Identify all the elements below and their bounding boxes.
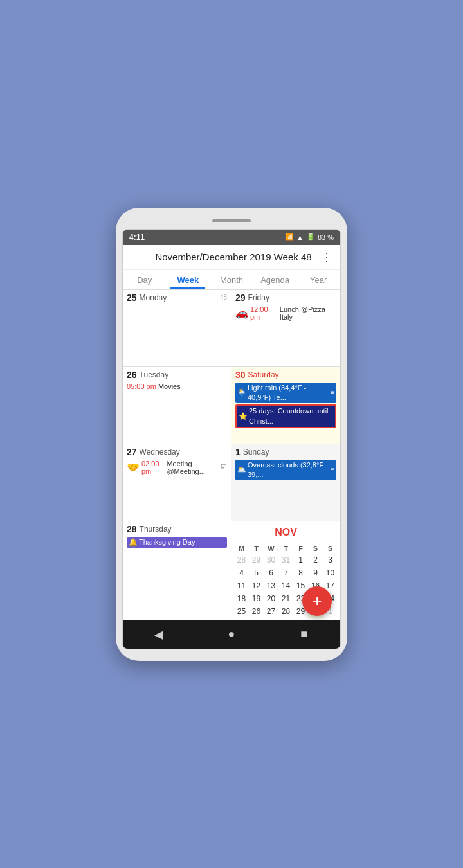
battery-level: 83 % [318,233,334,241]
event-clouds[interactable]: 🌥️ Overcast clouds (32,8°F - 39,... ≡ [235,460,336,481]
wifi-icon: 📶 [285,233,294,241]
day-cell-26-tuesday[interactable]: 26 Tuesday 05:00 pm Movies [123,367,232,444]
day-number-29: 29 [235,293,246,303]
event-title-meeting: Meeting @Meeting... [167,460,219,475]
event-time-meeting: 02:00 pm [141,460,165,475]
mini-cal-date[interactable]: 13 [264,579,278,592]
mini-cal-date[interactable]: 28 [278,605,293,618]
mini-cal-date[interactable]: 8 [293,566,308,579]
mini-cal-date[interactable]: 10 [323,566,338,579]
event-rain[interactable]: 🌦️ Light rain (34,4°F - 40,9°F) Te... ≡ [235,383,336,404]
mini-cal-date[interactable]: 20 [264,592,278,605]
battery-icon: 🔋 [306,233,315,241]
mini-cal-date[interactable]: 30 [264,554,278,566]
day-number-26: 26 [127,370,137,380]
mini-cal-month: NOV [234,524,338,541]
event-title-lunch: Lunch @Pizza Italy [280,305,336,321]
status-bar: 4:11 📶 ▲ 🔋 83 % [123,230,340,245]
event-movies[interactable]: 05:00 pm Movies [127,383,227,390]
event-thanksgiving-text: Thanksgiving Day [139,538,195,547]
mini-cal-date[interactable]: 15 [293,579,308,592]
weekday-f: F [293,543,308,554]
weekday-t1: T [249,543,264,554]
mini-cal-date[interactable]: 21 [278,592,293,605]
day-cell-28-thursday[interactable]: 28 Thursday 🔔 Thanksgiving Day [123,521,232,620]
tab-agenda[interactable]: Agenda [253,270,297,289]
recents-button[interactable]: ■ [294,624,314,645]
event-countdown-text: 25 days: Countdown until Christ... [249,406,333,426]
event-thanksgiving[interactable]: 🔔 Thanksgiving Day [127,537,227,548]
day-name-saturday: Saturday [248,370,279,379]
mini-cal-date[interactable]: 27 [264,605,278,618]
event-title-movies: Movies [158,383,181,390]
home-button[interactable]: ● [221,624,242,645]
day-name-monday: Monday [140,293,167,302]
event-time-lunch: 12:00 pm [250,305,278,321]
phone-frame: 4:11 📶 ▲ 🔋 83 % November/December 2019 W… [116,208,347,661]
calendar-grid: 25 Monday 48 29 Friday 🚗 12:00 pm Lunc [123,289,340,620]
mini-cal-date[interactable]: 5 [249,566,264,579]
day-cell-25-monday[interactable]: 25 Monday 48 [123,290,232,367]
mini-cal-date[interactable]: 1 [293,554,308,566]
day-number-25: 25 [127,293,137,303]
app-header: November/December 2019 Week 48 ⋮ [123,245,340,270]
mini-cal-date[interactable]: 14 [278,579,293,592]
mini-cal-date[interactable]: 31 [278,554,293,566]
signal-icon: ▲ [296,233,304,241]
weekday-m: M [234,543,249,554]
day-number-27: 27 [127,447,137,457]
mini-cal-date[interactable]: 9 [308,566,323,579]
tabs: Day Week Month Agenda Year [123,270,340,289]
day-number-1: 1 [235,447,241,457]
star-icon: ⭐ [239,411,248,421]
day-cell-27-wednesday[interactable]: 27 Wednesday 🤝 02:00 pm Meeting @Meeting… [123,444,232,521]
tab-year[interactable]: Year [296,270,340,289]
event-rain-note-icon: ≡ [331,388,334,397]
event-rain-text: Light rain (34,4°F - 40,9°F) Te... [248,383,329,403]
day-number-28: 28 [127,524,137,534]
mini-cal-date[interactable]: 18 [234,592,249,605]
phone-speaker [212,219,251,222]
mini-cal-date[interactable]: 7 [278,566,293,579]
mini-cal-date[interactable]: 19 [249,592,264,605]
phone-screen: 4:11 📶 ▲ 🔋 83 % November/December 2019 W… [122,229,341,649]
mini-cal-date[interactable]: 11 [234,579,249,592]
nav-bar: ◀ ● ■ [123,620,340,649]
day-cell-1-sunday[interactable]: 1 Sunday 🌥️ Overcast clouds (32,8°F - 39… [232,444,340,521]
rain-icon: 🌦️ [237,388,246,397]
event-lunch[interactable]: 🚗 12:00 pm Lunch @Pizza Italy [235,305,336,321]
day-name-tuesday: Tuesday [140,370,169,379]
weekday-s2: S [323,543,338,554]
week-number: 48 [220,294,227,301]
day-name-friday: Friday [248,293,269,302]
back-button[interactable]: ◀ [149,624,169,645]
mini-cal-date[interactable]: 4 [234,566,249,579]
mini-cal-date[interactable]: 2 [308,554,323,566]
tab-week[interactable]: Week [167,270,210,289]
car-icon: 🚗 [235,307,248,319]
tab-month[interactable]: Month [210,270,253,289]
mini-cal-date[interactable]: 6 [264,566,278,579]
status-right: 📶 ▲ 🔋 83 % [285,233,334,241]
mini-cal-date[interactable]: 25 [234,605,249,618]
mini-cal-date[interactable]: 3 [323,554,338,566]
mini-cal-date[interactable]: 29 [249,554,264,566]
thanksgiving-icon: 🔔 [129,538,138,547]
day-name-thursday: Thursday [140,525,172,534]
day-cell-29-friday[interactable]: 29 Friday 🚗 12:00 pm Lunch @Pizza Italy [232,290,340,367]
header-title: November/December 2019 Week 48 [146,251,321,262]
mini-cal-date[interactable]: 12 [249,579,264,592]
event-clouds-text: Overcast clouds (32,8°F - 39,... [248,460,329,480]
mini-cal-date[interactable]: 26 [249,605,264,618]
meeting-icon: 🤝 [127,461,140,473]
mini-cal-date[interactable]: 28 [234,554,249,566]
tab-day[interactable]: Day [123,270,167,289]
event-meeting[interactable]: 🤝 02:00 pm Meeting @Meeting... ☑ [127,460,227,475]
check-icon: ☑ [221,463,227,471]
fab-add-button[interactable]: + [302,586,332,616]
weekday-t2: T [278,543,293,554]
event-countdown[interactable]: ⭐ 25 days: Countdown until Christ... [235,404,336,428]
menu-icon[interactable]: ⋮ [321,250,332,264]
plus-icon: + [312,591,322,611]
day-cell-30-saturday[interactable]: 30 Saturday 🌦️ Light rain (34,4°F - 40,9… [232,367,340,444]
